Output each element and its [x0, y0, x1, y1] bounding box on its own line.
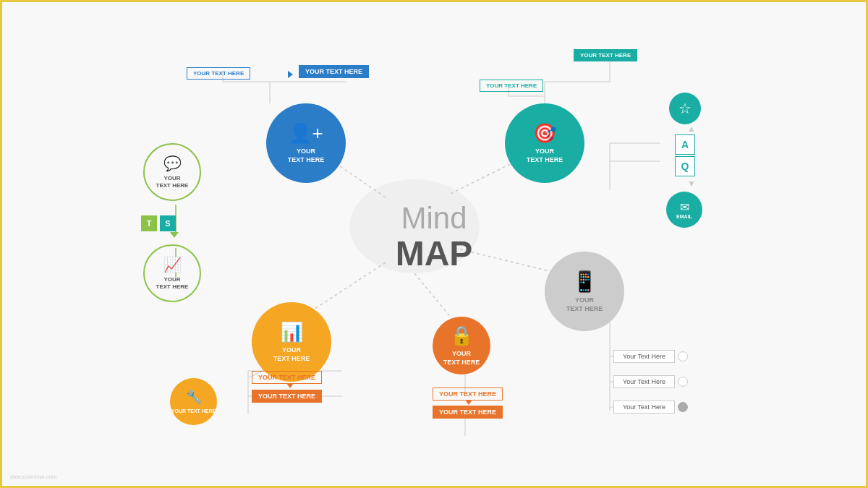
watermark: slidescarnival.com	[9, 474, 56, 480]
orange-box1: YOUR TEXT HERE	[252, 371, 322, 384]
radio-circle-3	[678, 402, 688, 412]
radio-circle-2	[678, 377, 688, 387]
orange-dark-box2: YOUR TEXT HERE	[433, 406, 503, 419]
orange-dark-circle: 🔒 YOURTEXT HERE	[433, 317, 490, 374]
chart-icon: 📈	[163, 256, 182, 273]
lock-icon: 🔒	[450, 325, 473, 347]
green-arrow-down-icon	[170, 232, 179, 238]
radio-item-1: Your Text Here	[613, 350, 688, 363]
teal-node-label: YOURTEXT HERE	[527, 147, 563, 164]
t-badge: T	[141, 215, 157, 231]
star-circle: ☆	[669, 93, 701, 124]
bar-chart-icon: 📊	[280, 321, 303, 343]
green-chat-label: YOURTEXT HERE	[156, 175, 189, 190]
orange-circle-node: 📊 YOURTEXT HERE	[252, 302, 331, 382]
gray-circle-node: 📱 YOURTEXT HERE	[545, 252, 624, 331]
radio-item-2: Your Text Here	[613, 375, 688, 388]
star-icon: ☆	[678, 100, 692, 117]
orange-box2: YOUR TEXT HERE	[252, 390, 322, 403]
up-arrow-icon: ▲	[687, 124, 696, 134]
mind-text: Mind	[396, 201, 473, 234]
blue-top-label1: YOUR TEXT HERE	[187, 67, 250, 80]
email-icon: ✉	[680, 200, 689, 214]
radio-circle-1	[678, 351, 688, 361]
orange-tools-circle: 🔧 Your Text Here	[170, 378, 217, 425]
orange-node-label: YOURTEXT HERE	[273, 346, 310, 363]
teal-circle-node: 🎯 YOURTEXT HERE	[505, 103, 584, 183]
green-chart-circle: 📈 YOURTEXT HERE	[143, 244, 201, 302]
email-label: EMAIL	[676, 214, 692, 219]
blue-circle-node: 👤+ YOUR TEXT HERE	[266, 103, 346, 183]
tools-icon: 🔧	[186, 389, 202, 405]
gray-node-label: YOURTEXT HERE	[566, 296, 603, 313]
q-box: Q	[675, 156, 695, 176]
chat-icon: 💬	[163, 155, 182, 172]
tools-label: Your Text Here	[171, 408, 216, 414]
phone-icon: 📱	[572, 270, 597, 294]
a-box: A	[675, 134, 695, 155]
radio-box-2: Your Text Here	[613, 375, 675, 388]
teal-top-label1: YOUR TEXT HERE	[480, 80, 543, 92]
teal-top-label2: YOUR TEXT HERE	[574, 49, 637, 61]
green-chat-circle: 💬 YOURTEXT HERE	[143, 143, 201, 201]
orange-dark-box1: YOUR TEXT HERE	[433, 388, 503, 401]
radio-box-1: Your Text Here	[613, 350, 675, 363]
orange-dark-label: YOURTEXT HERE	[443, 350, 480, 367]
email-circle: ✉ EMAIL	[666, 192, 702, 228]
mind-map-center: Mind MAP	[396, 201, 473, 273]
blue-node-label: YOUR TEXT HERE	[288, 147, 325, 164]
slide: Mind MAP 👤+ YOUR TEXT HERE YOUR TEXT HER…	[2, 2, 866, 486]
orange-arrow-down-icon	[286, 383, 294, 388]
radio-box-3: Your Text Here	[613, 401, 675, 414]
user-plus-icon: 👤+	[289, 122, 323, 145]
green-chart-label: YOURTEXT HERE	[156, 276, 189, 291]
help-icon: 🎯	[533, 122, 556, 145]
down-arrow-icon: ▼	[687, 179, 696, 189]
blue-top-label2: YOUR TEXT HERE	[299, 65, 369, 78]
arrow-right-icon	[288, 71, 293, 78]
radio-item-3: Your Text Here	[613, 401, 688, 414]
s-badge: S	[160, 215, 176, 231]
map-text: MAP	[396, 234, 473, 273]
orange-dark-arrow-icon	[465, 400, 472, 405]
